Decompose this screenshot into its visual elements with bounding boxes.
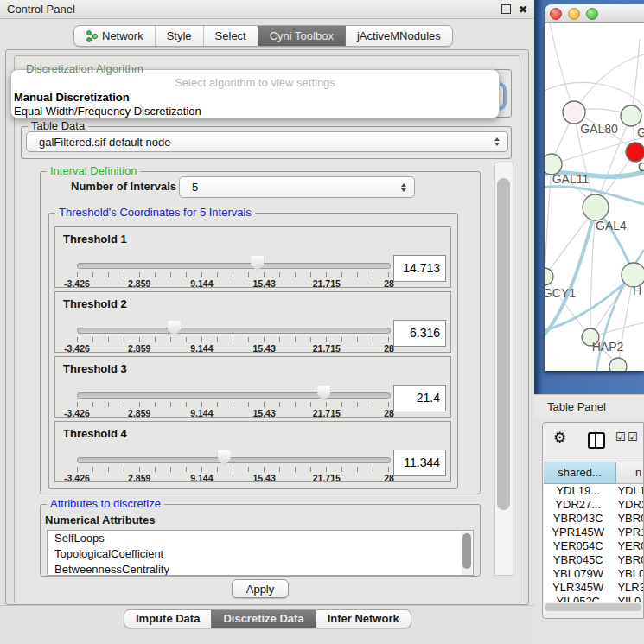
apply-button[interactable]: Apply bbox=[232, 579, 289, 598]
node-label: GAL4 bbox=[596, 219, 627, 233]
table-panel-title: Table Panel bbox=[547, 400, 606, 413]
slider-track[interactable] bbox=[77, 328, 391, 334]
tab-infer-network[interactable]: Infer Network bbox=[316, 610, 411, 628]
node-gal80[interactable] bbox=[563, 101, 585, 124]
table-row[interactable]: YBR043CYBR0 bbox=[544, 512, 644, 526]
slider-thumb[interactable] bbox=[317, 386, 330, 401]
list-scrollbar-thumb[interactable] bbox=[462, 533, 471, 569]
horizontal-scrollbar-thumb[interactable] bbox=[545, 603, 641, 611]
threshold-slider[interactable]: -3.426 2.859 9.144 15.43 21.715 28 bbox=[77, 422, 389, 481]
cell-shared-name: YIL052C bbox=[544, 595, 612, 602]
table-data-combo-value: galFiltered.sif default node bbox=[27, 136, 494, 149]
tab-cyni-toolbox[interactable]: Cyni Toolbox bbox=[258, 26, 345, 46]
list-item[interactable]: BetweennessCentrality bbox=[48, 562, 473, 576]
node-bottom[interactable] bbox=[609, 358, 627, 371]
threshold-value-field[interactable]: 21.4 bbox=[393, 385, 446, 411]
cell-shared-name: YDL19... bbox=[544, 484, 612, 498]
table-row[interactable]: YDR27...YDR2 bbox=[544, 498, 644, 512]
tick-label: 9.144 bbox=[190, 408, 213, 418]
algorithm-option-manual[interactable]: Manual Discretization bbox=[14, 91, 130, 104]
tick-label: -3.426 bbox=[64, 473, 90, 483]
slider-thumb[interactable] bbox=[168, 321, 181, 336]
tab-network[interactable]: Network bbox=[74, 26, 155, 46]
tab-jactivemnodules[interactable]: jActiveMNodules bbox=[345, 26, 452, 46]
table-row[interactable]: YLR345WYLR3 bbox=[544, 581, 644, 595]
list-item[interactable]: TopologicalCoefficient bbox=[48, 546, 473, 562]
app-root: Control Panel ✖ Network Style Select Cyn… bbox=[0, 0, 644, 644]
threshold-slider[interactable]: -3.426 2.859 9.144 15.43 21.715 28 bbox=[77, 357, 389, 417]
tick-label: 21.715 bbox=[313, 408, 341, 418]
tab-cyni-toolbox-label: Cyni Toolbox bbox=[270, 26, 334, 46]
vertical-scrollbar-thumb[interactable] bbox=[497, 178, 510, 510]
network-window-titlebar[interactable] bbox=[545, 4, 644, 23]
traffic-light-green-icon[interactable] bbox=[586, 8, 598, 20]
table-row[interactable]: YER054CYER0 bbox=[544, 539, 644, 553]
slider-track[interactable] bbox=[77, 392, 391, 399]
table-panel-titlebar: Table Panel bbox=[534, 394, 644, 418]
tab-discretize-data-label: Discretize Data bbox=[223, 610, 303, 628]
table-row[interactable]: YBL079WYBL0 bbox=[544, 567, 644, 581]
list-item[interactable]: SelfLoops bbox=[48, 531, 473, 546]
node-gcy1[interactable] bbox=[545, 268, 553, 285]
tab-network-label: Network bbox=[102, 26, 143, 46]
table-body[interactable]: YDL19...YDL1 YDR27...YDR2 YBR043CYBR0 YP… bbox=[544, 484, 644, 602]
threshold-value-field[interactable]: 6.316 bbox=[393, 320, 446, 347]
node-label: GAL11 bbox=[552, 172, 590, 186]
threshold-value-field[interactable]: 11.344 bbox=[393, 450, 446, 476]
tick-label: 15.43 bbox=[252, 408, 275, 418]
tab-style[interactable]: Style bbox=[155, 26, 203, 46]
network-canvas[interactable]: GAL80 G GAL11 C GAL4 GCY1 H HAP2 bbox=[545, 23, 644, 371]
checkbox-icon[interactable]: ☑ bbox=[615, 430, 626, 443]
tab-select[interactable]: Select bbox=[203, 26, 258, 46]
network-graph: GAL80 G GAL11 C GAL4 GCY1 H HAP2 bbox=[545, 23, 644, 371]
column-header-shared-name[interactable]: shared... bbox=[544, 462, 616, 484]
table-data-combo[interactable]: galFiltered.sif default node bbox=[26, 131, 508, 152]
table-panel-window: ⚙ ☑ ☑ shared... n YDL19...YDL1 YDR27...Y… bbox=[542, 422, 644, 619]
interval-definition-group-label: Interval Definition bbox=[47, 164, 140, 177]
list-scrollbar[interactable] bbox=[462, 532, 472, 576]
threshold-panel: Threshold 4 -3.426 2.859 9.144 15.43 21.… bbox=[54, 421, 451, 482]
numerical-attributes-list[interactable]: SelfLoops TopologicalCoefficient Between… bbox=[47, 530, 474, 576]
number-of-intervals-combo[interactable]: 5 bbox=[179, 176, 415, 198]
tick-label: 2.859 bbox=[128, 343, 150, 354]
slider-ticks bbox=[77, 337, 390, 342]
tick-label: 2.859 bbox=[128, 408, 150, 418]
slider-track[interactable] bbox=[77, 263, 391, 269]
split-panel-icon[interactable] bbox=[588, 432, 605, 449]
tick-label: 15.43 bbox=[252, 473, 275, 483]
table-row[interactable]: YBR045CYBR0 bbox=[544, 553, 644, 567]
node-label: H bbox=[633, 284, 641, 297]
table-row[interactable]: YDL19...YDL1 bbox=[544, 484, 644, 498]
tab-infer-network-label: Infer Network bbox=[328, 610, 399, 628]
tick-label: 21.715 bbox=[313, 343, 341, 354]
node-gal4[interactable] bbox=[583, 194, 609, 220]
threshold-panel: Threshold 3 -3.426 2.859 9.144 15.43 21.… bbox=[54, 356, 451, 418]
algorithm-option-equal-width[interactable]: Equal Width/Frequency Discretization bbox=[14, 105, 201, 118]
column-header-name[interactable]: n bbox=[616, 462, 644, 484]
checkbox-icon[interactable]: ☑ bbox=[628, 430, 638, 443]
gear-icon[interactable]: ⚙ bbox=[553, 428, 566, 449]
traffic-light-yellow-icon[interactable] bbox=[568, 8, 580, 20]
tab-discretize-data[interactable]: Discretize Data bbox=[211, 610, 315, 628]
cyni-mode-tabs: Impute Data Discretize Data Infer Networ… bbox=[124, 609, 411, 628]
slider-thumb[interactable] bbox=[218, 450, 231, 466]
table-row[interactable]: YPR145WYPR1 bbox=[544, 526, 644, 539]
threshold-value-field[interactable]: 14.713 bbox=[393, 255, 446, 282]
discretization-algorithm-label: Discretization Algorithm bbox=[26, 62, 143, 75]
node-label: HAP2 bbox=[592, 340, 624, 354]
thresholds-group-label: Threshold's Coordinates for 5 Intervals bbox=[55, 206, 255, 219]
node-top-right[interactable] bbox=[621, 105, 641, 126]
cell-shared-name: YBR045C bbox=[544, 553, 612, 567]
threshold-slider[interactable]: -3.426 2.859 9.144 15.43 21.715 28 bbox=[77, 292, 389, 352]
node-selected-red[interactable] bbox=[626, 143, 644, 162]
slider-ticks bbox=[77, 402, 390, 407]
tab-impute-data[interactable]: Impute Data bbox=[124, 610, 211, 628]
float-window-icon[interactable] bbox=[501, 4, 511, 14]
threshold-slider[interactable]: -3.426 2.859 9.144 15.43 21.715 28 bbox=[77, 227, 389, 287]
table-row[interactable]: YIL052CYIL0 bbox=[544, 595, 644, 602]
slider-track[interactable] bbox=[77, 457, 391, 463]
algorithm-dropdown-popup: Select algorithm to view settings Manual… bbox=[10, 69, 500, 118]
slider-thumb[interactable] bbox=[251, 256, 264, 271]
close-icon[interactable]: ✖ bbox=[519, 5, 527, 14]
traffic-light-red-icon[interactable] bbox=[550, 8, 562, 20]
